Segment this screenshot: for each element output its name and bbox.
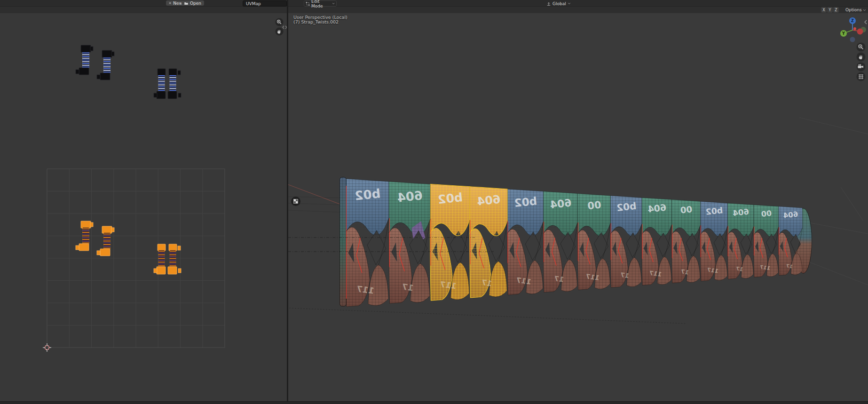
strap-segment[interactable]: 60417 [543, 191, 577, 293]
mode-label: Edit Mode [311, 0, 331, 8]
texture-number: 00 [761, 209, 772, 219]
axis-x-front[interactable] [853, 27, 856, 30]
window-bottom-edge [0, 401, 868, 404]
open-image-button[interactable]: Open [181, 0, 204, 6]
axis-neg-z[interactable] [850, 37, 855, 42]
viewport-pan-button[interactable] [857, 53, 866, 62]
strap-segment[interactable]: 60417 [389, 182, 430, 303]
strap-segment-selected[interactable]: 60417 [470, 187, 507, 298]
texture-number: b02 [616, 200, 637, 214]
texture-number: 117 [649, 269, 662, 278]
transform-orientation-dropdown[interactable]: Global [544, 0, 577, 7]
texture-number: b02 [354, 186, 381, 203]
viewport-info-line2: (7) Strap_Twists.002 [293, 20, 339, 24]
strap-segment[interactable]: 00117 [754, 205, 779, 277]
texture-number: 117 [707, 267, 719, 275]
texture-number: 604 [783, 210, 798, 220]
uv-grid [47, 169, 225, 348]
texture-number: 17 [481, 278, 492, 288]
uvmap-value: UVMap [246, 1, 261, 6]
texture-number: 604 [732, 207, 749, 218]
open-button-label: Open [190, 1, 201, 6]
orientation-label: Global [552, 1, 566, 6]
strap-start-cap [340, 177, 347, 306]
uv-zoom-button[interactable] [276, 18, 284, 26]
texture-number: 17 [680, 269, 689, 276]
texture-number: 604 [396, 188, 423, 205]
folder-icon [184, 1, 189, 6]
texture-number: 17 [735, 266, 743, 273]
texture-number: 00 [587, 199, 601, 212]
sidebar-collapse-arrow[interactable] [865, 20, 867, 24]
orientation-icon [546, 1, 551, 6]
strap-segment[interactable]: 0017 [672, 199, 701, 283]
uvmap-name-field[interactable]: UVMap [243, 0, 287, 7]
texture-number: 00 [680, 204, 693, 215]
strap-segment[interactable]: 60417 [779, 206, 803, 276]
axis-x[interactable] [857, 29, 863, 35]
options-label: Options [845, 8, 862, 12]
texture-number: 17 [554, 274, 564, 283]
plus-icon [168, 1, 172, 5]
texture-number: b02 [513, 195, 537, 209]
symmetry-z-toggle[interactable]: Z [833, 7, 839, 13]
strap-segment-selected[interactable]: b02117 [430, 184, 470, 301]
uv-island-selected[interactable] [154, 244, 181, 274]
uv-editor-canvas[interactable] [0, 13, 287, 401]
strap-segment[interactable]: 604117 [642, 198, 672, 285]
options-dropdown[interactable]: Options [845, 7, 866, 13]
view-axis-gizmo[interactable]: ZY [840, 17, 866, 42]
edit-mode-icon [306, 1, 310, 6]
texture-number: 17 [620, 271, 630, 279]
chevron-down-icon [568, 2, 571, 5]
chevron-down-icon [863, 8, 866, 12]
viewport-camera-button[interactable] [857, 63, 866, 71]
mode-dropdown[interactable]: Edit Mode [304, 0, 337, 7]
3d-viewport-canvas[interactable]: 604170011760417b021170017604117b02170011… [288, 13, 868, 401]
texture-number: 17 [402, 282, 414, 293]
uv-island[interactable] [154, 69, 181, 99]
texture-number: 604 [550, 197, 572, 211]
texture-number: 604 [647, 202, 667, 215]
strap-segment[interactable]: b02117 [346, 179, 389, 307]
header-row [0, 0, 868, 7]
strap-segment[interactable]: 60417 [727, 203, 754, 279]
viewport-zoom-button[interactable] [857, 43, 866, 52]
editor-corner-handle[interactable] [283, 26, 287, 29]
texture-number: 604 [476, 193, 501, 208]
texture-number: 117 [440, 279, 457, 291]
texture-number: b02 [705, 206, 724, 217]
texture-number: 17 [786, 263, 793, 269]
blender-window: Edit Mode Global New Open UVMap X Y Z Op… [0, 0, 868, 404]
symmetry-y-toggle[interactable]: Y [827, 7, 833, 13]
axis-z-label: Z [851, 19, 854, 23]
editor-divider[interactable] [287, 0, 288, 404]
axis-y-label: Y [842, 32, 845, 36]
strap-segment[interactable]: b02117 [700, 201, 727, 281]
uv-island[interactable] [76, 45, 93, 75]
chevron-down-icon [332, 2, 335, 5]
uv-island[interactable] [97, 50, 114, 80]
texture-number: b02 [437, 190, 464, 206]
strap-segment[interactable]: b0217 [610, 196, 642, 287]
tool-settings-row [0, 7, 868, 14]
uv-island-selected[interactable] [97, 226, 114, 256]
strap-segment[interactable]: 00117 [578, 194, 611, 290]
strap-segment[interactable]: b02117 [507, 189, 544, 295]
viewport-marker-icon[interactable] [291, 197, 300, 206]
symmetry-x-toggle[interactable]: X [821, 7, 827, 13]
viewport-ortho-button[interactable] [857, 72, 866, 81]
strap-twists-mesh[interactable]: 604170011760417b021170017604117b02170011… [340, 177, 812, 307]
uv-pan-button[interactable] [276, 28, 284, 36]
